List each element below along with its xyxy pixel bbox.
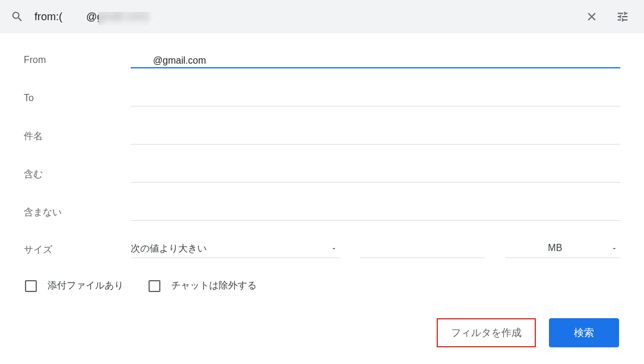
from-label: From (24, 55, 131, 65)
redacted-area (99, 12, 154, 25)
to-input[interactable] (131, 90, 620, 108)
create-filter-button[interactable]: フィルタを作成 (437, 318, 536, 347)
search-button[interactable]: 検索 (549, 318, 619, 347)
chevron-down-icon (330, 244, 337, 254)
clear-button[interactable] (581, 6, 602, 27)
checkbox-icon (25, 280, 37, 292)
search-bar (0, 0, 644, 33)
checkbox-icon (149, 280, 160, 292)
has-attachment-checkbox[interactable]: 添付ファイルあり (25, 280, 124, 292)
chevron-down-icon (611, 244, 618, 254)
exclude-chat-label: チャットは除外する (171, 280, 257, 292)
subject-label: 件名 (24, 130, 131, 143)
redacted-area (131, 68, 185, 81)
size-label: サイズ (24, 244, 131, 256)
close-icon (585, 10, 598, 23)
size-operator-text: 次の値より大きい (131, 241, 340, 256)
exclude-chat-checkbox[interactable]: チャットは除外する (149, 280, 257, 292)
size-value-input-wrap[interactable] (360, 241, 485, 258)
search-icon (11, 10, 24, 23)
not-contains-input[interactable] (131, 204, 620, 222)
size-unit-text: MB (506, 241, 620, 255)
not-contains-label: 含まない (24, 206, 131, 219)
has-attachment-label: 添付ファイルあり (48, 280, 124, 292)
to-label: To (24, 93, 131, 103)
contains-input[interactable] (131, 166, 620, 184)
size-operator-select[interactable]: 次の値より大きい (131, 241, 340, 258)
contains-label: 含む (24, 168, 131, 181)
filter-form: From To 件名 含む (0, 33, 644, 292)
tune-icon (616, 10, 629, 23)
size-unit-select[interactable]: MB (506, 241, 620, 258)
search-options-button[interactable] (612, 6, 633, 27)
subject-input[interactable] (131, 128, 620, 146)
size-value-input[interactable] (360, 241, 485, 255)
